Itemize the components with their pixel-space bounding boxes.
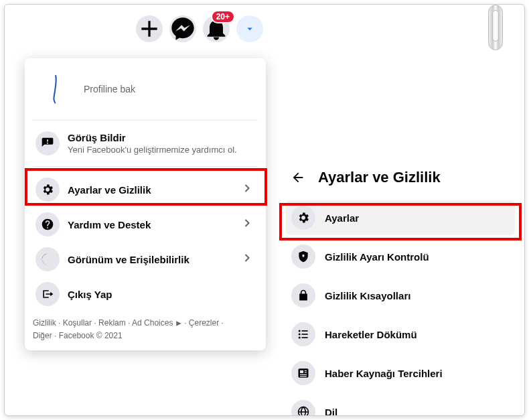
logout-row[interactable]: Çıkış Yap: [30, 277, 260, 311]
submenu-activitylog-label: Hareketler Dökümü: [325, 329, 417, 340]
submenu-settings-label: Ayarlar: [325, 212, 359, 224]
feedback-row[interactable]: Görüş Bildir Yeni Facebook'u geliştirmem…: [30, 126, 260, 161]
submenu-language-label: Dil: [325, 407, 337, 417]
submenu-privacyshortcuts-row[interactable]: Gizlilik Kısayolları: [286, 278, 515, 313]
plus-icon: [136, 15, 163, 42]
submenu-privacycheck-label: Gizlilik Ayarı Kontrolü: [325, 251, 429, 263]
caret-down-icon: [244, 23, 256, 35]
gear-icon: [291, 206, 315, 230]
divider: [33, 166, 258, 167]
footer-privacy[interactable]: Gizlilik: [33, 318, 56, 328]
list-icon: [291, 322, 315, 346]
submenu-language-row[interactable]: Dil: [286, 395, 515, 416]
footer-more[interactable]: Diğer: [33, 331, 52, 340]
display-accessibility-label: Görünüm ve Erişilebilirlik: [68, 254, 255, 265]
arrow-left-icon: [291, 170, 305, 185]
svg-rect-3: [302, 330, 308, 332]
chevron-right-icon: [240, 182, 254, 198]
footer-terms[interactable]: Koşullar: [63, 318, 92, 328]
chevron-right-icon: [240, 251, 254, 267]
notification-badge: 20+: [211, 10, 235, 23]
footer-links: Gizlilik · Koşullar · Reklam · Ad Choice…: [30, 311, 260, 345]
logout-label: Çıkış Yap: [68, 289, 255, 300]
top-icon-bar: 20+: [136, 15, 263, 42]
submenu-privacycheck-row[interactable]: Gizlilik Ayarı Kontrolü: [286, 239, 515, 274]
svg-rect-11: [300, 376, 307, 376]
submenu-header: Ayarlar ve Gizlilik: [286, 165, 515, 200]
feedback-subtitle: Yeni Facebook'u geliştirmemize yardımcı …: [68, 145, 255, 155]
account-menu-button[interactable]: [236, 15, 263, 42]
submenu-settings-row[interactable]: Ayarlar: [286, 200, 515, 235]
settings-privacy-submenu: Ayarlar ve Gizlilik Ayarlar Gizlilik Aya…: [281, 160, 520, 416]
frame: 20+ Profiline bak Görüş Bildir Yeni Face…: [4, 4, 525, 416]
adchoices-icon: [175, 320, 182, 327]
submenu-newsfeed-row[interactable]: Haber Kaynağı Tercihleri: [286, 356, 515, 391]
moon-icon: [35, 247, 60, 271]
chevron-right-icon: [240, 216, 254, 232]
profile-link[interactable]: Profiline bak: [30, 64, 260, 115]
help-support-label: Yardım ve Destek: [68, 219, 255, 230]
shield-heart-icon: [291, 244, 315, 269]
footer-copyright: Facebook © 2021: [59, 331, 123, 340]
feedback-icon: [35, 131, 60, 155]
svg-rect-9: [305, 372, 307, 372]
settings-privacy-label: Ayarlar ve Gizlilik: [68, 184, 255, 196]
svg-rect-7: [300, 370, 303, 373]
newsfeed-icon: [291, 361, 315, 385]
svg-point-1: [299, 334, 301, 336]
create-button[interactable]: [136, 15, 163, 42]
globe-icon: [291, 400, 315, 416]
lock-icon: [291, 283, 315, 307]
svg-rect-4: [302, 334, 308, 335]
settings-privacy-row[interactable]: Ayarlar ve Gizlilik: [30, 172, 260, 207]
notifications-button[interactable]: 20+: [203, 15, 230, 42]
feedback-title: Görüş Bildir: [68, 132, 255, 143]
divider: [33, 120, 258, 121]
paperclip-decor: [488, 5, 503, 50]
logout-icon: [35, 282, 60, 306]
help-support-row[interactable]: Yardım ve Destek: [30, 207, 260, 242]
svg-point-0: [299, 330, 301, 332]
footer-ads[interactable]: Reklam: [98, 318, 126, 328]
messenger-icon: [169, 15, 196, 42]
avatar: [35, 69, 76, 109]
profile-subtitle: Profiline bak: [84, 84, 255, 94]
gear-icon: [35, 178, 60, 202]
svg-rect-5: [302, 337, 308, 338]
back-button[interactable]: [289, 168, 307, 187]
footer-adchoices[interactable]: Ad Choices: [132, 318, 173, 328]
submenu-activitylog-row[interactable]: Hareketler Dökümü: [286, 317, 515, 352]
display-accessibility-row[interactable]: Görünüm ve Erişilebilirlik: [30, 242, 260, 277]
svg-rect-8: [305, 370, 307, 371]
footer-cookies[interactable]: Çerezler: [189, 318, 219, 328]
submenu-newsfeed-label: Haber Kaynağı Tercihleri: [325, 368, 443, 379]
svg-rect-10: [300, 374, 307, 375]
account-dropdown: Profiline bak Görüş Bildir Yeni Facebook…: [25, 58, 266, 350]
submenu-privacyshortcuts-label: Gizlilik Kısayolları: [325, 290, 410, 301]
svg-point-2: [299, 337, 301, 339]
messenger-button[interactable]: [169, 15, 196, 42]
submenu-title: Ayarlar ve Gizlilik: [318, 169, 441, 186]
help-icon: [35, 212, 60, 236]
